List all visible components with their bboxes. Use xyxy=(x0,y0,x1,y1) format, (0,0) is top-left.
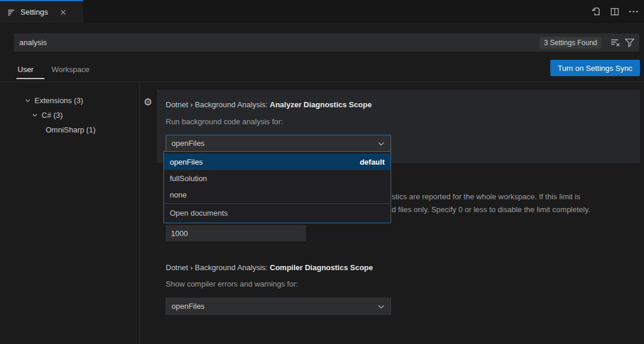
close-icon[interactable] xyxy=(60,9,67,16)
turn-on-settings-sync-button[interactable]: Turn on Settings Sync xyxy=(550,60,640,76)
filter-icon[interactable] xyxy=(625,38,635,47)
setting-name: Analyzer Diagnostics Scope xyxy=(270,100,372,109)
toc-item-csharp[interactable]: C# (3) xyxy=(32,108,63,121)
obscured-description-line1: stics are reported for the whole workspa… xyxy=(392,192,580,201)
editor-actions: ··· xyxy=(591,0,639,23)
chevron-down-icon[interactable] xyxy=(25,97,31,104)
split-editor-icon[interactable] xyxy=(610,7,619,16)
chevron-down-icon xyxy=(377,139,385,148)
toc-item-extensions[interactable]: Extensions (3) xyxy=(25,94,83,107)
toc-item-label: Extensions (3) xyxy=(35,96,83,105)
toc-item-label: C# (3) xyxy=(42,111,63,120)
select-value: openFiles xyxy=(172,302,204,311)
tab-workspace-settings[interactable]: Workspace xyxy=(52,65,90,74)
setting-category: Dotnet › Background Analysis: xyxy=(166,100,270,109)
setting-title-analyzer: Dotnet › Background Analysis: Analyzer D… xyxy=(166,100,372,109)
toc-item-label: OmniSharp (1) xyxy=(46,125,95,134)
setting-description-compiler: Show compiler errors and warnings for: xyxy=(166,280,298,288)
settings-search-box: 3 Settings Found xyxy=(14,33,639,52)
tab-user-settings[interactable]: User xyxy=(18,65,33,74)
option-label: none xyxy=(170,190,187,199)
setting-description-analyzer: Run background code analysis for: xyxy=(166,117,283,126)
settings-list-icon xyxy=(8,8,16,16)
active-tab-underline xyxy=(16,78,44,79)
setting-category: Dotnet › Background Analysis: xyxy=(166,263,270,272)
dropdown-option-fullsolution[interactable]: fullSolution xyxy=(164,170,390,186)
analyzer-scope-dropdown: openFiles default fullSolution none Open… xyxy=(163,151,391,223)
option-default-detail: default xyxy=(359,158,385,166)
gear-icon[interactable]: ⚙ xyxy=(143,97,152,107)
dropdown-separator xyxy=(164,203,390,204)
open-settings-json-icon[interactable] xyxy=(591,6,601,16)
tab-bar: Settings ··· xyxy=(0,0,644,23)
search-input[interactable] xyxy=(14,33,540,52)
tab-title: Settings xyxy=(20,8,48,16)
diagnostics-limit-input[interactable] xyxy=(166,225,306,241)
toc-item-omnisharp[interactable]: OmniSharp (1) xyxy=(46,123,95,136)
compiler-scope-select[interactable]: openFiles xyxy=(166,298,391,315)
more-actions-icon[interactable]: ··· xyxy=(629,6,639,16)
chevron-down-icon xyxy=(377,302,385,311)
option-label: fullSolution xyxy=(170,174,207,183)
dropdown-option-description: Open documents xyxy=(164,205,390,221)
setting-title-compiler: Dotnet › Background Analysis: Compiler D… xyxy=(166,263,373,272)
dropdown-option-openfiles[interactable]: openFiles default xyxy=(164,154,390,170)
header-divider xyxy=(0,81,644,82)
results-count-badge: 3 Settings Found xyxy=(540,37,601,49)
setting-name: Compiler Diagnostics Scope xyxy=(270,263,373,272)
analyzer-scope-select[interactable]: openFiles xyxy=(166,135,391,152)
dropdown-option-none[interactable]: none xyxy=(164,186,390,203)
option-label: openFiles xyxy=(170,158,203,166)
tab-settings[interactable]: Settings xyxy=(0,0,83,23)
obscured-description-line2: d files only. Specify 0 or less to disab… xyxy=(392,205,590,214)
toc-divider xyxy=(139,82,140,344)
settings-editor-window: Settings ··· xyxy=(0,0,644,344)
clear-search-filters-icon[interactable] xyxy=(611,38,621,47)
select-value: openFiles xyxy=(172,139,204,148)
chevron-down-icon[interactable] xyxy=(32,112,38,118)
